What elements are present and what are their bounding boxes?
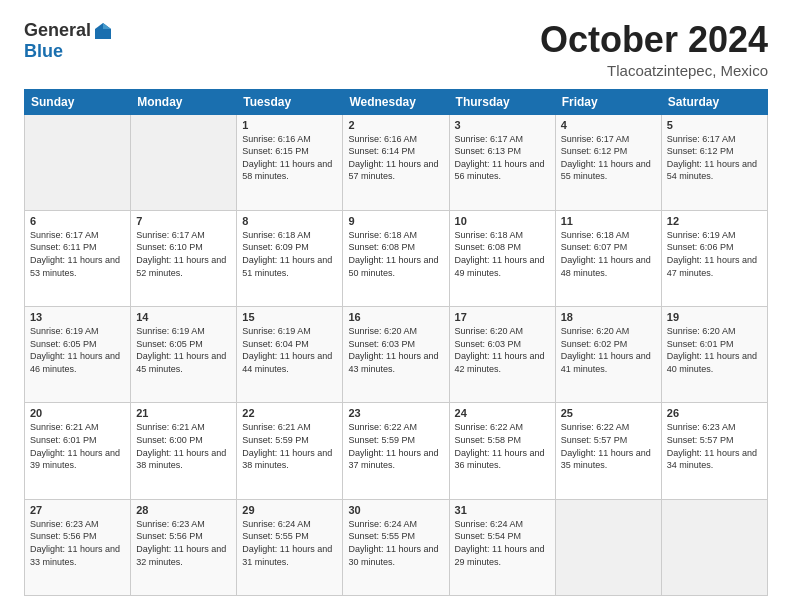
calendar-cell: 28Sunrise: 6:23 AM Sunset: 5:56 PM Dayli… xyxy=(131,499,237,595)
day-info: Sunrise: 6:21 AM Sunset: 6:00 PM Dayligh… xyxy=(136,421,231,471)
calendar-cell: 16Sunrise: 6:20 AM Sunset: 6:03 PM Dayli… xyxy=(343,307,449,403)
calendar-cell: 15Sunrise: 6:19 AM Sunset: 6:04 PM Dayli… xyxy=(237,307,343,403)
calendar-cell: 18Sunrise: 6:20 AM Sunset: 6:02 PM Dayli… xyxy=(555,307,661,403)
calendar-cell: 5Sunrise: 6:17 AM Sunset: 6:12 PM Daylig… xyxy=(661,114,767,210)
calendar-cell: 14Sunrise: 6:19 AM Sunset: 6:05 PM Dayli… xyxy=(131,307,237,403)
calendar-cell: 29Sunrise: 6:24 AM Sunset: 5:55 PM Dayli… xyxy=(237,499,343,595)
calendar-cell xyxy=(661,499,767,595)
week-row-0: 1Sunrise: 6:16 AM Sunset: 6:15 PM Daylig… xyxy=(25,114,768,210)
calendar-cell: 12Sunrise: 6:19 AM Sunset: 6:06 PM Dayli… xyxy=(661,210,767,306)
calendar-table: SundayMondayTuesdayWednesdayThursdayFrid… xyxy=(24,89,768,596)
header-day-tuesday: Tuesday xyxy=(237,89,343,114)
day-info: Sunrise: 6:24 AM Sunset: 5:55 PM Dayligh… xyxy=(348,518,443,568)
day-info: Sunrise: 6:18 AM Sunset: 6:08 PM Dayligh… xyxy=(348,229,443,279)
day-number: 22 xyxy=(242,407,337,419)
day-number: 11 xyxy=(561,215,656,227)
calendar-cell: 8Sunrise: 6:18 AM Sunset: 6:09 PM Daylig… xyxy=(237,210,343,306)
location-title: Tlacoatzintepec, Mexico xyxy=(540,62,768,79)
day-info: Sunrise: 6:18 AM Sunset: 6:09 PM Dayligh… xyxy=(242,229,337,279)
day-number: 10 xyxy=(455,215,550,227)
day-number: 18 xyxy=(561,311,656,323)
day-number: 19 xyxy=(667,311,762,323)
day-number: 24 xyxy=(455,407,550,419)
day-info: Sunrise: 6:19 AM Sunset: 6:06 PM Dayligh… xyxy=(667,229,762,279)
title-block: October 2024 Tlacoatzintepec, Mexico xyxy=(540,20,768,79)
week-row-1: 6Sunrise: 6:17 AM Sunset: 6:11 PM Daylig… xyxy=(25,210,768,306)
logo-general: General xyxy=(24,20,91,41)
logo-blue: Blue xyxy=(24,41,63,62)
day-info: Sunrise: 6:22 AM Sunset: 5:57 PM Dayligh… xyxy=(561,421,656,471)
day-info: Sunrise: 6:17 AM Sunset: 6:10 PM Dayligh… xyxy=(136,229,231,279)
week-row-3: 20Sunrise: 6:21 AM Sunset: 6:01 PM Dayli… xyxy=(25,403,768,499)
calendar-cell xyxy=(555,499,661,595)
calendar-cell: 6Sunrise: 6:17 AM Sunset: 6:11 PM Daylig… xyxy=(25,210,131,306)
logo-text: General xyxy=(24,20,113,41)
logo: General Blue xyxy=(24,20,113,62)
day-number: 6 xyxy=(30,215,125,227)
week-row-4: 27Sunrise: 6:23 AM Sunset: 5:56 PM Dayli… xyxy=(25,499,768,595)
day-info: Sunrise: 6:20 AM Sunset: 6:03 PM Dayligh… xyxy=(455,325,550,375)
day-info: Sunrise: 6:20 AM Sunset: 6:02 PM Dayligh… xyxy=(561,325,656,375)
calendar-cell: 2Sunrise: 6:16 AM Sunset: 6:14 PM Daylig… xyxy=(343,114,449,210)
calendar-header-row: SundayMondayTuesdayWednesdayThursdayFrid… xyxy=(25,89,768,114)
calendar-cell: 7Sunrise: 6:17 AM Sunset: 6:10 PM Daylig… xyxy=(131,210,237,306)
day-info: Sunrise: 6:20 AM Sunset: 6:03 PM Dayligh… xyxy=(348,325,443,375)
day-info: Sunrise: 6:23 AM Sunset: 5:57 PM Dayligh… xyxy=(667,421,762,471)
day-info: Sunrise: 6:24 AM Sunset: 5:54 PM Dayligh… xyxy=(455,518,550,568)
day-number: 3 xyxy=(455,119,550,131)
header-day-monday: Monday xyxy=(131,89,237,114)
day-info: Sunrise: 6:18 AM Sunset: 6:07 PM Dayligh… xyxy=(561,229,656,279)
calendar-cell: 23Sunrise: 6:22 AM Sunset: 5:59 PM Dayli… xyxy=(343,403,449,499)
day-info: Sunrise: 6:16 AM Sunset: 6:14 PM Dayligh… xyxy=(348,133,443,183)
day-info: Sunrise: 6:16 AM Sunset: 6:15 PM Dayligh… xyxy=(242,133,337,183)
day-info: Sunrise: 6:17 AM Sunset: 6:12 PM Dayligh… xyxy=(667,133,762,183)
day-info: Sunrise: 6:21 AM Sunset: 5:59 PM Dayligh… xyxy=(242,421,337,471)
day-number: 28 xyxy=(136,504,231,516)
day-info: Sunrise: 6:17 AM Sunset: 6:12 PM Dayligh… xyxy=(561,133,656,183)
day-number: 16 xyxy=(348,311,443,323)
day-number: 5 xyxy=(667,119,762,131)
day-info: Sunrise: 6:19 AM Sunset: 6:04 PM Dayligh… xyxy=(242,325,337,375)
day-number: 8 xyxy=(242,215,337,227)
day-info: Sunrise: 6:19 AM Sunset: 6:05 PM Dayligh… xyxy=(136,325,231,375)
header-day-friday: Friday xyxy=(555,89,661,114)
day-number: 31 xyxy=(455,504,550,516)
day-number: 15 xyxy=(242,311,337,323)
calendar-cell: 9Sunrise: 6:18 AM Sunset: 6:08 PM Daylig… xyxy=(343,210,449,306)
day-info: Sunrise: 6:21 AM Sunset: 6:01 PM Dayligh… xyxy=(30,421,125,471)
day-number: 20 xyxy=(30,407,125,419)
calendar-cell xyxy=(131,114,237,210)
day-info: Sunrise: 6:18 AM Sunset: 6:08 PM Dayligh… xyxy=(455,229,550,279)
day-info: Sunrise: 6:17 AM Sunset: 6:11 PM Dayligh… xyxy=(30,229,125,279)
header-day-wednesday: Wednesday xyxy=(343,89,449,114)
calendar-cell: 31Sunrise: 6:24 AM Sunset: 5:54 PM Dayli… xyxy=(449,499,555,595)
calendar-cell: 30Sunrise: 6:24 AM Sunset: 5:55 PM Dayli… xyxy=(343,499,449,595)
day-number: 27 xyxy=(30,504,125,516)
day-number: 4 xyxy=(561,119,656,131)
month-title: October 2024 xyxy=(540,20,768,60)
header-day-thursday: Thursday xyxy=(449,89,555,114)
calendar-cell xyxy=(25,114,131,210)
calendar-cell: 24Sunrise: 6:22 AM Sunset: 5:58 PM Dayli… xyxy=(449,403,555,499)
calendar-cell: 1Sunrise: 6:16 AM Sunset: 6:15 PM Daylig… xyxy=(237,114,343,210)
day-number: 23 xyxy=(348,407,443,419)
calendar-cell: 27Sunrise: 6:23 AM Sunset: 5:56 PM Dayli… xyxy=(25,499,131,595)
calendar-cell: 22Sunrise: 6:21 AM Sunset: 5:59 PM Dayli… xyxy=(237,403,343,499)
day-number: 21 xyxy=(136,407,231,419)
calendar-cell: 21Sunrise: 6:21 AM Sunset: 6:00 PM Dayli… xyxy=(131,403,237,499)
day-number: 17 xyxy=(455,311,550,323)
day-info: Sunrise: 6:22 AM Sunset: 5:59 PM Dayligh… xyxy=(348,421,443,471)
day-info: Sunrise: 6:22 AM Sunset: 5:58 PM Dayligh… xyxy=(455,421,550,471)
day-number: 1 xyxy=(242,119,337,131)
calendar-cell: 11Sunrise: 6:18 AM Sunset: 6:07 PM Dayli… xyxy=(555,210,661,306)
header-day-sunday: Sunday xyxy=(25,89,131,114)
calendar-cell: 20Sunrise: 6:21 AM Sunset: 6:01 PM Dayli… xyxy=(25,403,131,499)
day-number: 30 xyxy=(348,504,443,516)
day-number: 26 xyxy=(667,407,762,419)
header-day-saturday: Saturday xyxy=(661,89,767,114)
calendar-body: 1Sunrise: 6:16 AM Sunset: 6:15 PM Daylig… xyxy=(25,114,768,595)
calendar-cell: 3Sunrise: 6:17 AM Sunset: 6:13 PM Daylig… xyxy=(449,114,555,210)
day-number: 9 xyxy=(348,215,443,227)
day-info: Sunrise: 6:23 AM Sunset: 5:56 PM Dayligh… xyxy=(30,518,125,568)
day-info: Sunrise: 6:23 AM Sunset: 5:56 PM Dayligh… xyxy=(136,518,231,568)
